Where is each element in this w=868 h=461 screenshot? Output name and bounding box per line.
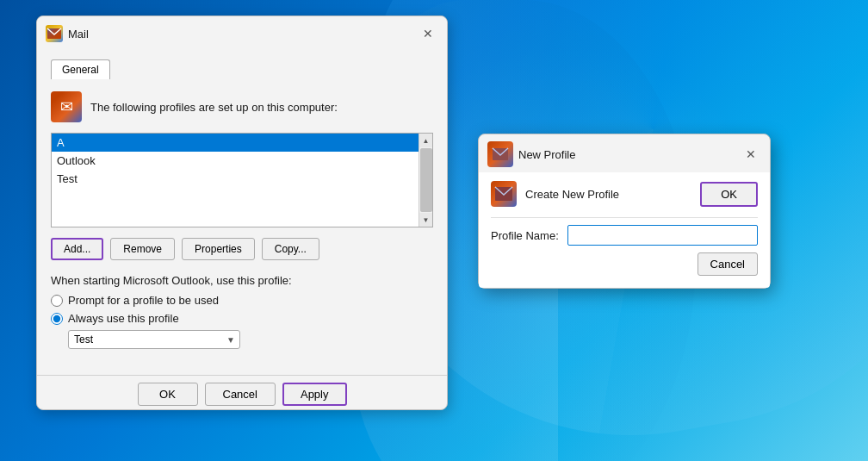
scrollbar-down-arrow[interactable]: ▼ <box>419 213 433 227</box>
profile-dropdown-row: Test Outlook A ▼ <box>68 330 433 349</box>
svg-rect-3 <box>493 148 508 160</box>
scrollbar-thumb[interactable] <box>420 148 432 212</box>
scrollbar-up-arrow[interactable]: ▲ <box>419 134 433 147</box>
remove-button[interactable]: Remove <box>110 238 175 260</box>
scrollbar-track: ▲ ▼ <box>418 134 432 227</box>
mail-dialog-body: General The following profiles are set u… <box>37 49 447 375</box>
profile-item-a[interactable]: A <box>52 134 432 152</box>
startup-label: When starting Microsoft Outlook, use thi… <box>51 274 433 287</box>
np-row1: Create New Profile OK <box>491 181 758 207</box>
description-row: The following profiles are set up on thi… <box>51 91 433 122</box>
np-name-input[interactable] <box>567 225 758 246</box>
radio-row-prompt: Prompt for a profile to be used <box>51 294 433 307</box>
mail-dialog-titlebar-left: Mail <box>46 25 89 42</box>
np-name-row: Profile Name: <box>491 225 758 246</box>
profile-select[interactable]: Test Outlook A <box>68 330 240 349</box>
action-buttons-row: Add... Remove Properties Copy... <box>51 238 433 260</box>
np-body: Create New Profile OK Profile Name: Canc… <box>479 172 770 288</box>
description-text: The following profiles are set up on thi… <box>90 101 338 114</box>
np-create-icon <box>491 181 517 207</box>
radio-row-always: Always use this profile <box>51 312 433 325</box>
profile-item-test[interactable]: Test <box>52 170 432 188</box>
np-buttons-row: Cancel <box>491 252 758 276</box>
radio-always-label: Always use this profile <box>68 312 179 325</box>
mail-dialog: Mail ✕ General The following profiles ar… <box>36 16 448 410</box>
properties-button[interactable]: Properties <box>182 238 255 260</box>
profile-item-outlook[interactable]: Outlook <box>52 152 432 170</box>
add-button[interactable]: Add... <box>51 238 103 260</box>
mail-icon-big <box>51 91 82 122</box>
np-dialog-icon <box>487 141 513 167</box>
np-create-label: Create New Profile <box>525 188 619 201</box>
np-cancel-button[interactable]: Cancel <box>698 252 758 276</box>
footer-ok-button[interactable]: OK <box>138 383 198 406</box>
mail-dialog-title: Mail <box>68 28 89 40</box>
mail-dialog-icon <box>46 25 63 42</box>
select-wrapper: Test Outlook A ▼ <box>68 330 240 349</box>
footer-cancel-button[interactable]: Cancel <box>205 383 276 406</box>
copy-button[interactable]: Copy... <box>262 238 319 260</box>
radio-prompt-label: Prompt for a profile to be used <box>68 294 219 307</box>
profiles-list[interactable]: A Outlook Test <box>52 134 432 227</box>
np-divider <box>491 217 758 218</box>
mail-dialog-close-button[interactable]: ✕ <box>418 23 438 44</box>
tab-bar: General <box>51 59 433 79</box>
startup-section: When starting Microsoft Outlook, use thi… <box>51 274 433 349</box>
footer-apply-button[interactable]: Apply <box>282 383 347 406</box>
np-titlebar-left: New Profile <box>487 141 575 167</box>
new-profile-dialog: New Profile ✕ Create New Profile OK Prof… <box>478 134 771 289</box>
np-titlebar: New Profile ✕ <box>479 134 770 172</box>
np-ok-button[interactable]: OK <box>700 182 758 207</box>
np-dialog-title: New Profile <box>518 148 575 161</box>
profiles-list-container: A Outlook Test ▲ ▼ <box>51 133 433 227</box>
mail-dialog-titlebar: Mail ✕ <box>37 16 447 49</box>
np-dialog-close-button[interactable]: ✕ <box>741 144 761 165</box>
radio-prompt[interactable] <box>51 295 63 307</box>
mail-dialog-footer: OK Cancel Apply <box>37 375 447 409</box>
np-name-label: Profile Name: <box>491 229 559 242</box>
tab-general[interactable]: General <box>51 59 110 79</box>
radio-always[interactable] <box>51 313 63 325</box>
svg-rect-5 <box>495 187 512 201</box>
